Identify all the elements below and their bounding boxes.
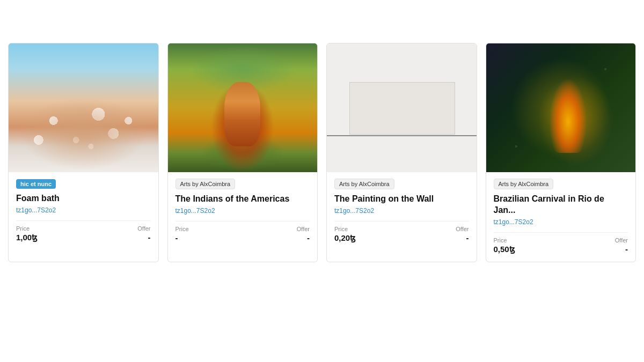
card-image xyxy=(9,43,158,172)
card-body: Arts by AlxCoimbra The Indians of the Am… xyxy=(168,172,318,250)
card-badge: hic et nunc xyxy=(16,179,56,189)
card-image-wrapper xyxy=(168,43,318,172)
card-image xyxy=(327,43,477,172)
card-image xyxy=(486,43,636,172)
price-label: Price xyxy=(334,226,356,232)
offer-value: - xyxy=(625,245,628,254)
offer-section: Offer - xyxy=(137,225,150,242)
card-painting-wall[interactable]: Arts by AlxCoimbra The Painting on the W… xyxy=(326,43,477,262)
cards-grid: hic et nunc Foam bath tz1go...7S2o2 Pric… xyxy=(8,43,636,262)
offer-section: Offer - xyxy=(615,237,628,254)
card-badge: Arts by AlxCoimbra xyxy=(334,179,394,189)
card-title: Brazilian Carnival in Rio de Jan... xyxy=(494,194,628,216)
offer-label: Offer xyxy=(615,237,628,243)
card-body: Arts by AlxCoimbra The Painting on the W… xyxy=(327,172,477,250)
card-badge: Arts by AlxCoimbra xyxy=(494,179,554,189)
offer-section: Offer - xyxy=(297,226,310,243)
offer-label: Offer xyxy=(456,226,469,232)
card-title: Foam bath xyxy=(16,193,151,204)
card-image-wrapper xyxy=(327,43,477,172)
offer-section: Offer - xyxy=(456,226,469,243)
card-author[interactable]: tz1go...7S2o2 xyxy=(175,207,310,215)
card-brazilian-carnival[interactable]: Arts by AlxCoimbra Brazilian Carnival in… xyxy=(486,43,636,262)
card-author[interactable]: tz1go...7S2o2 xyxy=(16,206,151,214)
card-author[interactable]: tz1go...7S2o2 xyxy=(334,207,469,215)
price-section: Price - xyxy=(175,226,189,243)
offer-value: - xyxy=(307,233,310,242)
offer-label: Offer xyxy=(137,225,150,232)
card-image-wrapper xyxy=(9,43,158,172)
card-foam-bath[interactable]: hic et nunc Foam bath tz1go...7S2o2 Pric… xyxy=(8,43,159,262)
price-label: Price xyxy=(16,225,38,232)
price-section: Price 0,20ꜩ xyxy=(334,226,356,243)
offer-value: - xyxy=(148,233,151,242)
card-body: hic et nunc Foam bath tz1go...7S2o2 Pric… xyxy=(9,172,158,250)
card-price-row: Price 1,00ꜩ Offer - xyxy=(16,220,151,242)
price-label: Price xyxy=(494,237,515,243)
price-value: - xyxy=(175,233,178,242)
card-author[interactable]: tz1go...7S2o2 xyxy=(494,218,628,226)
card-title: The Painting on the Wall xyxy=(334,194,469,205)
card-price-row: Price - Offer - xyxy=(175,221,310,243)
price-value: 1,00ꜩ xyxy=(16,233,38,242)
offer-label: Offer xyxy=(297,226,310,232)
offer-value: - xyxy=(466,233,469,242)
price-section: Price 0,50ꜩ xyxy=(494,237,515,254)
card-image-wrapper xyxy=(486,43,636,172)
price-value: 0,50ꜩ xyxy=(494,245,515,254)
card-price-row: Price 0,20ꜩ Offer - xyxy=(334,221,469,243)
card-title: The Indians of the Americas xyxy=(175,194,310,205)
card-body: Arts by AlxCoimbra Brazilian Carnival in… xyxy=(486,172,636,262)
card-image xyxy=(168,43,318,172)
card-badge: Arts by AlxCoimbra xyxy=(175,179,236,189)
price-label: Price xyxy=(175,226,189,232)
card-indians-americas[interactable]: Arts by AlxCoimbra The Indians of the Am… xyxy=(167,43,318,262)
card-price-row: Price 0,50ꜩ Offer - xyxy=(494,232,628,254)
price-section: Price 1,00ꜩ xyxy=(16,225,38,242)
price-value: 0,20ꜩ xyxy=(334,233,356,242)
